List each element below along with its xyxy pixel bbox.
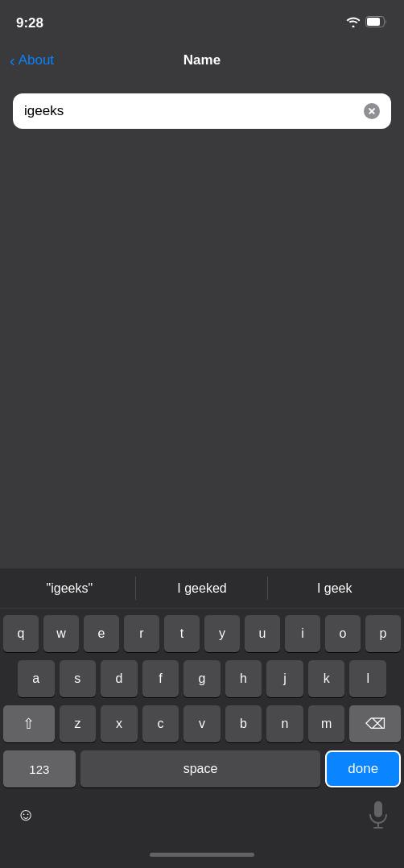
- emoji-key[interactable]: ☺: [8, 797, 43, 833]
- key-g[interactable]: g: [183, 660, 221, 697]
- key-row-1: q w e r t y u i o p: [3, 615, 401, 652]
- key-w[interactable]: w: [43, 615, 79, 652]
- text-field-container: [13, 93, 391, 129]
- key-row-2: a s d f g h j k l: [3, 660, 401, 697]
- key-s[interactable]: s: [60, 660, 97, 697]
- key-r[interactable]: r: [124, 615, 159, 652]
- battery-icon: [365, 16, 388, 31]
- key-e[interactable]: e: [84, 615, 119, 652]
- key-x[interactable]: x: [101, 705, 138, 742]
- predictive-item-0[interactable]: "igeeks": [3, 568, 136, 608]
- nav-title: Name: [183, 52, 221, 68]
- key-n[interactable]: n: [266, 705, 303, 742]
- key-q[interactable]: q: [3, 615, 39, 652]
- nav-back-label: About: [19, 52, 54, 68]
- key-c[interactable]: c: [142, 705, 179, 742]
- predictive-item-2[interactable]: I geek: [268, 568, 401, 608]
- shift-key[interactable]: ⇧: [3, 705, 55, 742]
- key-k[interactable]: k: [308, 660, 345, 697]
- key-o[interactable]: o: [325, 615, 361, 652]
- predictive-item-1[interactable]: I geeked: [136, 568, 269, 608]
- svg-rect-1: [367, 18, 380, 26]
- name-input[interactable]: [24, 103, 357, 119]
- status-icons: [346, 16, 388, 31]
- home-indicator: [0, 841, 404, 868]
- key-row-3: ⇧ z x c v b n m ⌫: [3, 705, 401, 742]
- svg-rect-2: [374, 801, 382, 817]
- key-t[interactable]: t: [164, 615, 200, 652]
- key-y[interactable]: y: [204, 615, 240, 652]
- bottom-bar: ☺: [0, 791, 404, 841]
- status-time: 9:28: [16, 15, 43, 31]
- key-j[interactable]: j: [266, 660, 303, 697]
- middle-area: [0, 142, 404, 488]
- home-indicator-bar: [150, 853, 254, 857]
- nav-back-button[interactable]: ‹ About: [10, 52, 54, 68]
- key-l[interactable]: l: [349, 660, 386, 697]
- dictation-key[interactable]: [361, 797, 396, 833]
- key-i[interactable]: i: [285, 615, 320, 652]
- status-bar: 9:28: [0, 0, 404, 40]
- key-m[interactable]: m: [308, 705, 345, 742]
- key-h[interactable]: h: [225, 660, 262, 697]
- keyboard: "igeeks" I geeked I geek q w e r t y u i…: [0, 568, 404, 868]
- key-a[interactable]: a: [18, 660, 55, 697]
- numbers-key[interactable]: 123: [3, 750, 76, 787]
- nav-bar: ‹ About Name: [0, 40, 404, 81]
- text-field-area: [0, 81, 404, 142]
- key-p[interactable]: p: [365, 615, 401, 652]
- key-v[interactable]: v: [183, 705, 221, 742]
- key-f[interactable]: f: [142, 660, 179, 697]
- key-d[interactable]: d: [101, 660, 138, 697]
- clear-button[interactable]: [364, 103, 380, 119]
- key-b[interactable]: b: [225, 705, 262, 742]
- predictive-bar: "igeeks" I geeked I geek: [0, 568, 404, 609]
- back-chevron-icon: ‹: [10, 52, 15, 68]
- key-z[interactable]: z: [60, 705, 97, 742]
- key-u[interactable]: u: [245, 615, 280, 652]
- key-row-4: 123 space done: [3, 750, 401, 787]
- delete-key[interactable]: ⌫: [349, 705, 401, 742]
- key-rows: q w e r t y u i o p a s d f g h j k l ⇧ …: [0, 609, 404, 791]
- done-key[interactable]: done: [325, 750, 401, 787]
- space-key[interactable]: space: [80, 750, 321, 787]
- wifi-icon: [346, 16, 361, 31]
